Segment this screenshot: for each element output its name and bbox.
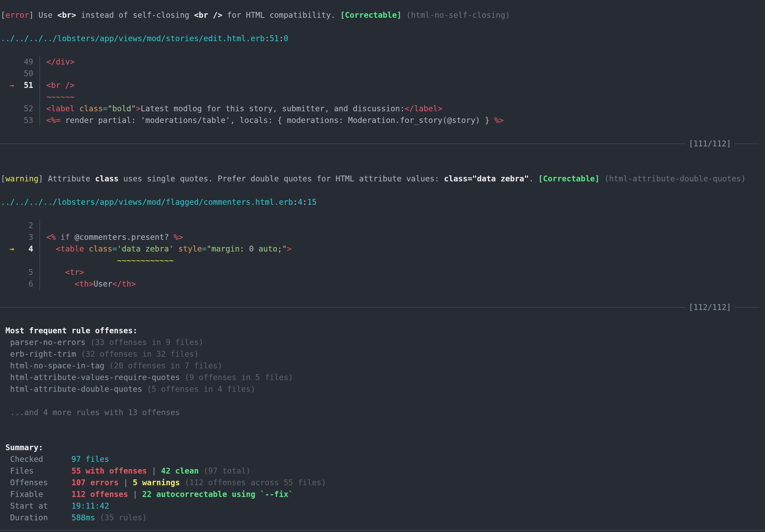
rule-offenses-heading: Most frequent rule offenses: bbox=[0, 325, 765, 336]
text-segment: for HTML compatibility. bbox=[222, 9, 340, 21]
text-segment bbox=[1, 325, 5, 336]
text-segment: error bbox=[5, 9, 29, 21]
text-segment: Most frequent rule offenses: bbox=[5, 325, 138, 336]
text-segment: </label> bbox=[405, 103, 442, 115]
warning-underline: ~~~~~~~~~~~~ bbox=[0, 255, 765, 266]
text-segment bbox=[180, 477, 185, 488]
text-segment: User bbox=[94, 278, 113, 290]
text-segment: : bbox=[303, 196, 307, 208]
text-segment bbox=[46, 278, 75, 290]
code-line-50: 50 bbox=[0, 68, 765, 80]
text-segment: parser-no-errors bbox=[10, 336, 86, 348]
blank bbox=[0, 290, 765, 301]
blank bbox=[0, 430, 765, 442]
code-line-52: 52<label class="bold">Latest modlog for … bbox=[0, 103, 765, 115]
line-number: 4 bbox=[29, 244, 33, 254]
text-segment: </th> bbox=[112, 278, 136, 290]
text-segment bbox=[1, 372, 10, 383]
error-message: [error] Use <br> instead of self-closing… bbox=[0, 9, 765, 21]
text-segment: <%= bbox=[46, 115, 61, 126]
text-segment: class bbox=[79, 103, 103, 115]
text-segment: [Correctable] bbox=[538, 173, 599, 185]
text-segment: <br /> bbox=[46, 80, 75, 91]
text-segment: 4 bbox=[298, 196, 303, 208]
code-line-2: 2 bbox=[0, 220, 765, 232]
text-segment: "margin: bbox=[207, 243, 249, 255]
text-segment: | bbox=[128, 488, 142, 500]
text-segment: html-no-space-in-tag bbox=[10, 360, 104, 372]
terminal-output: [error] Use <br> instead of self-closing… bbox=[0, 9, 765, 524]
code-content: <tr> bbox=[40, 266, 765, 278]
blank bbox=[0, 185, 765, 196]
text-segment: (9 offenses in 5 files) bbox=[180, 372, 293, 383]
text-segment: <table bbox=[56, 243, 84, 255]
text-segment: <label bbox=[46, 103, 75, 115]
text-segment: Checked bbox=[1, 453, 72, 465]
blank bbox=[0, 21, 765, 33]
text-segment: (32 offenses in 32 files) bbox=[76, 348, 199, 360]
summary-heading: Summary: bbox=[0, 442, 765, 453]
progress-divider-111: [111/112] bbox=[0, 138, 765, 150]
progress-counter: [112/112] bbox=[685, 301, 735, 313]
text-segment: render partial: 'moderations/table', loc… bbox=[61, 115, 494, 126]
text-segment: erb-right-trim bbox=[10, 348, 76, 360]
code-content: ~~~~~~ bbox=[40, 91, 765, 103]
blank bbox=[0, 150, 765, 161]
summary-files: Files 55 with offenses | 42 clean (97 to… bbox=[0, 465, 765, 477]
text-segment: ../../../../lobsters/app/views/mod/stori… bbox=[1, 33, 265, 44]
text-segment bbox=[95, 512, 100, 524]
text-segment bbox=[46, 266, 65, 278]
code-line-3: 3<% if @commenters.present? %> bbox=[0, 232, 765, 243]
line-number: 53 bbox=[24, 116, 33, 125]
text-segment: <th> bbox=[75, 278, 94, 290]
blank bbox=[0, 395, 765, 407]
text-segment bbox=[1, 383, 10, 395]
text-segment bbox=[46, 243, 56, 255]
text-segment: 588ms bbox=[72, 512, 95, 524]
text-segment: . bbox=[529, 173, 538, 185]
rule-offense-erb-right-trim: erb-right-trim (32 offenses in 32 files) bbox=[0, 348, 765, 360]
summary-start-at: Start at 19:11:42 bbox=[0, 500, 765, 512]
text-segment: : bbox=[279, 33, 284, 44]
text-segment: "bold" bbox=[108, 103, 136, 115]
code-content: <label class="bold">Latest modlog for th… bbox=[40, 103, 765, 115]
text-segment: 0 bbox=[249, 243, 254, 255]
code-gutter: 50 bbox=[0, 68, 33, 80]
text-segment: Start at bbox=[1, 500, 72, 512]
rule-offense-html-attribute-double-quotes: html-attribute-double-quotes (5 offenses… bbox=[0, 383, 765, 395]
text-segment: html-attribute-values-require-quotes bbox=[10, 372, 180, 383]
text-segment: (33 offenses in 9 files) bbox=[86, 336, 203, 348]
text-segment: [Correctable] bbox=[340, 9, 401, 21]
text-segment: > bbox=[136, 103, 141, 115]
text-segment: <tr> bbox=[65, 266, 84, 278]
text-segment: 5 warnings bbox=[133, 477, 180, 488]
rule-offense-html-attribute-values-require-quotes: html-attribute-values-require-quotes (9 … bbox=[0, 372, 765, 383]
text-segment: ~~~~~~ bbox=[46, 91, 75, 103]
text-segment bbox=[1, 360, 10, 372]
text-segment: = bbox=[202, 243, 207, 255]
text-segment: | bbox=[119, 477, 133, 488]
code-gutter: →51 bbox=[0, 80, 33, 91]
code-gutter: 52 bbox=[0, 103, 33, 115]
text-segment: ~~~~~~~~~~~~ bbox=[117, 255, 174, 266]
text-segment: warning bbox=[5, 173, 38, 185]
code-gutter: 2 bbox=[0, 220, 33, 232]
text-segment: > bbox=[287, 243, 292, 255]
blank bbox=[0, 161, 765, 173]
text-segment bbox=[1, 348, 10, 360]
line-number: 5 bbox=[29, 267, 33, 277]
summary-duration: Duration 588ms (35 rules) bbox=[0, 512, 765, 524]
code-gutter: 6 bbox=[0, 278, 33, 290]
text-segment: uses single quotes. Prefer double quotes… bbox=[119, 173, 444, 185]
rule-offense-parser-no-errors: parser-no-errors (33 offenses in 9 files… bbox=[0, 336, 765, 348]
line-number: 49 bbox=[24, 57, 33, 66]
text-segment: %> bbox=[174, 232, 183, 243]
text-segment: ] Use bbox=[29, 9, 57, 21]
code-content bbox=[40, 220, 765, 232]
text-segment bbox=[199, 465, 203, 477]
code-content: <br /> bbox=[40, 80, 765, 91]
text-segment: ] Attribute bbox=[38, 173, 95, 185]
text-segment: Fixable bbox=[1, 488, 72, 500]
terminal: { "colors": { "background":"#272c34","fo… bbox=[0, 0, 765, 532]
code-gutter: 5 bbox=[0, 266, 33, 278]
